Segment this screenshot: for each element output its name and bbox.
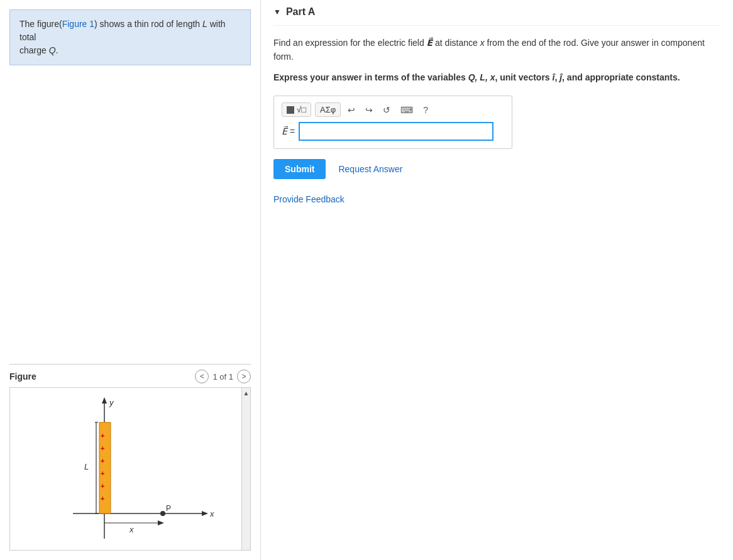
- figure-diagram: y x + + + + + + L: [10, 388, 249, 551]
- svg-text:+: +: [101, 457, 104, 464]
- question-prefix: Find an expression for the electric fiel…: [273, 38, 427, 48]
- symbols-label: AΣφ: [320, 105, 336, 114]
- charge-label: charge: [19, 45, 49, 55]
- provide-feedback-link[interactable]: Provide Feedback: [273, 194, 344, 204]
- svg-text:+: +: [101, 495, 104, 502]
- math-toolbar: √□ AΣφ ↩ ↪ ↺ ⌨ ?: [282, 102, 504, 117]
- figure-nav-label: 1 of 1: [212, 372, 233, 382]
- i-hat: î: [553, 72, 555, 82]
- figure-section: Figure < 1 of 1 > y x: [9, 364, 251, 551]
- math-answer-input[interactable]: [299, 122, 493, 141]
- figure-nav: < 1 of 1 >: [195, 370, 251, 383]
- figure-title: Figure: [9, 371, 36, 382]
- question-mid1: at distance: [433, 38, 480, 48]
- action-row: Submit Request Answer: [273, 159, 720, 179]
- keyboard-button[interactable]: ⌨: [397, 103, 416, 117]
- question-text: Find an expression for the electric fiel…: [273, 36, 720, 64]
- square-icon: [287, 106, 294, 114]
- problem-description: The figure(Figure 1) shows a thin rod of…: [9, 9, 251, 65]
- L-variable: L: [202, 19, 207, 29]
- express-suffix: , and appropriate constants.: [562, 72, 680, 82]
- svg-marker-1: [102, 397, 107, 404]
- E-vec: E⃗: [427, 38, 433, 48]
- refresh-button[interactable]: ↺: [380, 103, 394, 117]
- symbols-button[interactable]: AΣφ: [315, 102, 341, 117]
- svg-text:x: x: [209, 509, 214, 519]
- desc-suffix: ) shows a thin rod of length: [94, 19, 202, 29]
- svg-text:+: +: [101, 469, 104, 477]
- express-vars: Q, L, x: [468, 72, 495, 82]
- svg-text:+: +: [101, 432, 104, 439]
- figure-next-button[interactable]: >: [237, 370, 251, 383]
- desc-prefix: The figure(: [19, 19, 62, 29]
- figure-canvas: y x + + + + + + L: [9, 387, 251, 551]
- math-label: E⃗ =: [282, 126, 295, 136]
- figure-link[interactable]: Figure 1: [62, 19, 94, 29]
- svg-text:y: y: [109, 398, 114, 407]
- x-var: x: [480, 38, 485, 48]
- sqrt-button[interactable]: √□: [282, 102, 311, 117]
- svg-text:L: L: [84, 462, 89, 471]
- svg-text:+: +: [101, 444, 104, 452]
- figure-prev-button[interactable]: <: [195, 370, 209, 383]
- submit-button[interactable]: Submit: [273, 159, 326, 179]
- left-panel: The figure(Figure 1) shows a thin rod of…: [0, 0, 261, 560]
- scroll-indicator[interactable]: ▲: [241, 388, 250, 550]
- right-panel: ▼ Part A Find an expression for the elec…: [261, 0, 733, 560]
- express-middle: , unit vectors: [495, 72, 552, 82]
- Q-variable: Q: [49, 45, 56, 55]
- svg-marker-18: [158, 520, 164, 525]
- svg-marker-4: [202, 511, 208, 516]
- help-button[interactable]: ?: [420, 103, 431, 117]
- svg-text:P: P: [166, 504, 171, 513]
- math-input-container: √□ AΣφ ↩ ↪ ↺ ⌨ ? E⃗ =: [273, 96, 512, 149]
- part-header: ▼ Part A: [273, 0, 720, 26]
- undo-button[interactable]: ↩: [344, 103, 358, 117]
- svg-point-20: [160, 511, 165, 516]
- desc-end: .: [56, 45, 58, 55]
- sqrt-label: √□: [297, 105, 306, 114]
- express-prefix: Express your answer in terms of the vari…: [273, 72, 468, 82]
- scroll-up-button[interactable]: ▲: [242, 389, 251, 398]
- part-title: Part A: [286, 6, 316, 18]
- figure-header: Figure < 1 of 1 >: [9, 364, 251, 387]
- math-field-row: E⃗ =: [282, 122, 504, 141]
- express-text: Express your answer in terms of the vari…: [273, 70, 720, 84]
- svg-text:x: x: [129, 525, 134, 534]
- request-answer-link[interactable]: Request Answer: [338, 164, 402, 174]
- svg-text:+: +: [101, 482, 104, 490]
- part-toggle-button[interactable]: ▼: [273, 8, 281, 16]
- redo-button[interactable]: ↪: [362, 103, 376, 117]
